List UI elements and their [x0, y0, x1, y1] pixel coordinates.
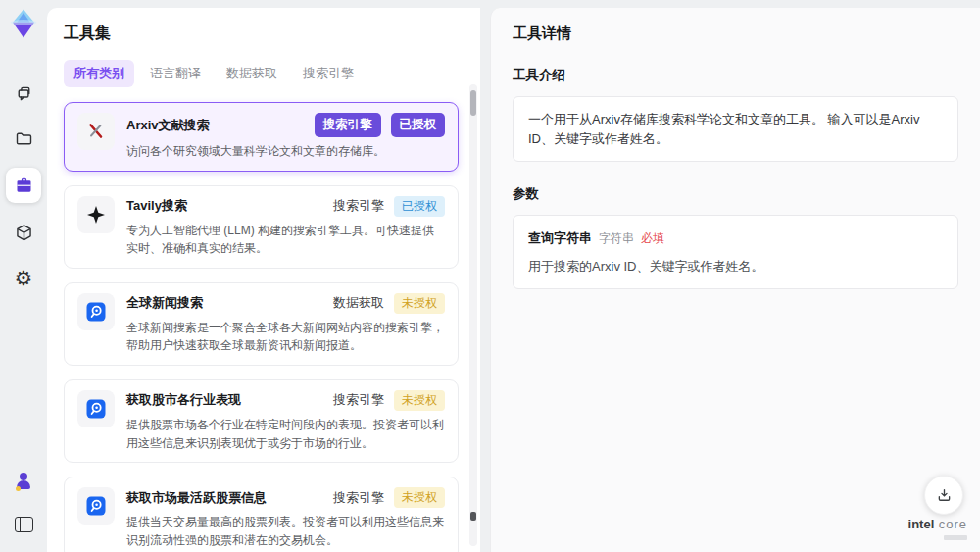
rail-bottom — [0, 466, 47, 540]
chat-icon[interactable] — [8, 77, 39, 109]
tool-card[interactable]: 获取市场最活跃股票信息搜索引擎未授权提供当天交易量最高的股票列表。投资者可以利用… — [64, 477, 459, 552]
category-tabs: 所有类别语言翻译数据获取搜索引擎 — [64, 60, 459, 87]
auth-status-badge: 已授权 — [391, 113, 446, 137]
tool-name: Tavily搜索 — [126, 197, 187, 215]
auth-status-badge: 未授权 — [394, 293, 445, 314]
category-tab[interactable]: 语言翻译 — [140, 60, 211, 87]
tool-detail-panel: 工具详情 工具介绍 一个用于从Arxiv存储库搜索科学论文和文章的工具。 输入可… — [490, 8, 980, 552]
param-required-badge: 必填 — [641, 229, 664, 247]
arxiv-icon — [77, 113, 115, 150]
tool-name: 获取市场最活跃股票信息 — [126, 489, 267, 507]
core-wordmark: core — [939, 517, 967, 531]
auth-status-badge: 未授权 — [394, 390, 445, 411]
detail-title: 工具详情 — [513, 25, 958, 43]
auth-status-badge: 已授权 — [394, 196, 445, 217]
brand-underline — [944, 535, 967, 540]
category-badge: 搜索引擎 — [315, 113, 381, 137]
category-tab[interactable]: 所有类别 — [64, 60, 134, 87]
folder-icon[interactable] — [8, 123, 39, 154]
tool-name: 获取股市各行业表现 — [126, 391, 241, 409]
news-icon — [77, 487, 115, 525]
cube-icon[interactable] — [8, 217, 39, 248]
tool-intro-text: 一个用于从Arxiv存储库搜索科学论文和文章的工具。 输入可以是Arxiv ID… — [513, 96, 958, 162]
app-logo-icon[interactable] — [7, 7, 40, 40]
tool-name: Arxiv文献搜索 — [126, 117, 210, 134]
tavily-icon — [77, 196, 115, 233]
category-badge: 搜索引擎 — [333, 489, 384, 507]
tool-description: 全球新闻搜索是一个聚合全球各大新闻网站内容的搜索引擎，帮助用户快速获取全球最新资… — [126, 319, 445, 355]
tool-card[interactable]: Tavily搜索搜索引擎已授权专为人工智能代理 (LLM) 构建的搜索引擎工具。… — [64, 185, 459, 269]
list-scrollbar[interactable] — [469, 84, 477, 546]
rail-nav: ⚙ — [6, 77, 41, 293]
collapse-sidebar-icon[interactable] — [8, 509, 39, 540]
tools-list: Arxiv文献搜索搜索引擎已授权访问各个研究领域大量科学论文和文章的存储库。Ta… — [64, 102, 459, 552]
intel-core-logo: intel core — [908, 516, 967, 540]
auth-status-badge: 未授权 — [394, 487, 445, 508]
param-name: 查询字符串 — [528, 228, 592, 248]
toolbox-icon[interactable] — [6, 168, 41, 203]
user-avatar-icon[interactable] — [8, 466, 39, 497]
tool-name: 全球新闻搜索 — [126, 294, 203, 312]
tool-description: 提供股票市场各个行业在特定时间段内的表现。投资者可以利用这些信息来识别表现优于或… — [126, 416, 445, 452]
param-description: 用于搜索的Arxiv ID、关键字或作者姓名。 — [528, 257, 943, 276]
news-icon — [77, 293, 115, 330]
gear-icon[interactable]: ⚙ — [8, 262, 39, 293]
scrollbar-down-arrow[interactable] — [470, 512, 476, 521]
tool-card[interactable]: 全球新闻搜索数据获取未授权全球新闻搜索是一个聚合全球各大新闻网站内容的搜索引擎，… — [64, 282, 459, 366]
intel-wordmark: intel — [908, 517, 935, 531]
param-type: 字符串 — [599, 229, 634, 247]
page-title: 工具集 — [64, 24, 459, 44]
news-icon — [77, 390, 115, 427]
nav-rail: ⚙ — [0, 0, 47, 552]
tools-panel: 工具集 所有类别语言翻译数据获取搜索引擎 Arxiv文献搜索搜索引擎已授权访问各… — [47, 8, 480, 552]
category-tab[interactable]: 搜索引擎 — [293, 60, 364, 87]
scrollbar-thumb[interactable] — [470, 90, 476, 116]
category-badge: 搜索引擎 — [333, 391, 384, 409]
category-badge: 搜索引擎 — [333, 197, 384, 215]
download-button[interactable] — [924, 476, 963, 515]
category-tab[interactable]: 数据获取 — [217, 60, 287, 87]
tool-card[interactable]: 获取股市各行业表现搜索引擎未授权提供股票市场各个行业在特定时间段内的表现。投资者… — [64, 379, 459, 463]
parameter-card: 查询字符串 字符串 必填 用于搜索的Arxiv ID、关键字或作者姓名。 — [513, 215, 958, 289]
tool-card[interactable]: Arxiv文献搜索搜索引擎已授权访问各个研究领域大量科学论文和文章的存储库。 — [64, 102, 459, 172]
tool-description: 访问各个研究领域大量科学论文和文章的存储库。 — [126, 142, 445, 161]
intro-heading: 工具介绍 — [513, 67, 958, 84]
category-badge: 数据获取 — [333, 294, 384, 312]
params-heading: 参数 — [513, 185, 958, 203]
tool-description: 专为人工智能代理 (LLM) 构建的搜索引擎工具。可快速提供实时、准确和真实的结… — [126, 222, 445, 258]
tool-description: 提供当天交易量最高的股票列表。投资者可以利用这些信息来识别流动性强的股票和潜在的… — [126, 513, 445, 549]
